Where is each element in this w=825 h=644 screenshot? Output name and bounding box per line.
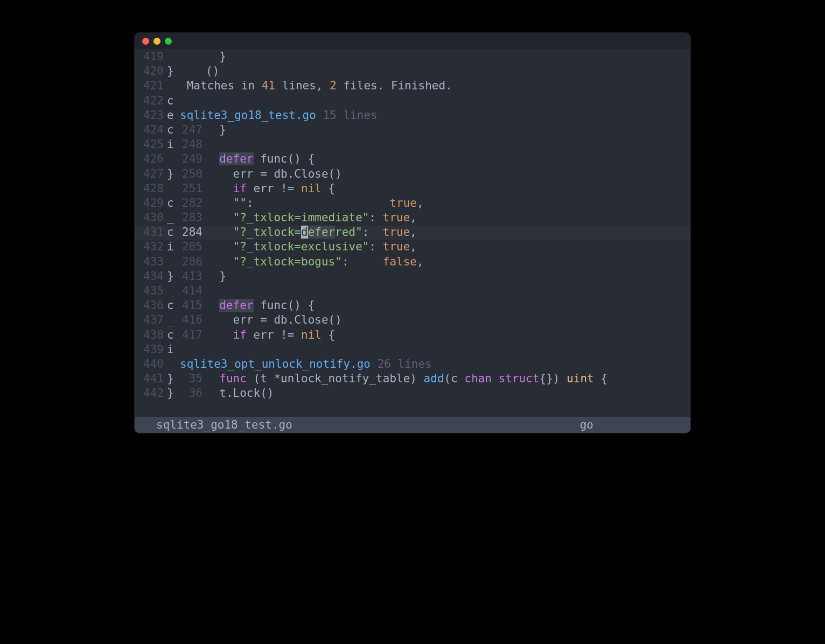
code-line: 435 414 (135, 284, 690, 299)
code-text: err = db.Close() (206, 313, 342, 326)
code-line: 422 c (135, 94, 690, 109)
line-number: 426 (135, 152, 167, 165)
line-number: 433 (135, 255, 167, 268)
code-text: } (206, 270, 226, 283)
line-number: 422 (135, 94, 167, 107)
search-summary: Matches in 41 lines, 2 files. Finished. (180, 79, 452, 92)
close-icon[interactable] (142, 38, 149, 45)
inner-line-number: 416 (180, 313, 206, 326)
inner-line-number: 282 (180, 197, 206, 209)
minimize-icon[interactable] (153, 38, 160, 45)
code-line: 426 249 defer func() { (135, 152, 690, 167)
fold-col (167, 284, 180, 297)
maximize-icon[interactable] (165, 38, 172, 45)
fold-col: c (167, 226, 180, 239)
inner-line-number: 251 (180, 182, 206, 195)
fold-col: } (167, 167, 180, 180)
inner-line-number: 414 (180, 284, 206, 297)
fold-col (167, 255, 180, 268)
fold-col: c (167, 328, 180, 341)
code-text: if err != nil { (206, 328, 335, 341)
inner-line-number: 247 (180, 123, 206, 136)
status-filename: sqlite3_go18_test.go (156, 418, 292, 431)
cursor: d (301, 226, 308, 239)
inner-line-number: 417 (180, 328, 206, 341)
code-text: } (206, 50, 226, 63)
fold-col: c (167, 94, 180, 107)
inner-line-number: 35 (180, 372, 206, 385)
code-line: 428 251 if err != nil { (135, 182, 690, 197)
fold-col: c (167, 123, 180, 136)
code-line: 430 _ 283 "?_txlock=immediate": true, (135, 211, 690, 226)
line-number: 428 (135, 182, 167, 195)
code-text: err = db.Close() (206, 167, 342, 180)
line-number: 439 (135, 343, 167, 356)
fold-col (167, 358, 180, 370)
code-text: func (t *unlock_notify_table) add(c chan… (206, 372, 607, 385)
code-line: 420 } () (135, 65, 690, 79)
code-line: 442 } 36 t.Lock() (135, 387, 690, 401)
line-number: 437 (135, 313, 167, 326)
line-number: 435 (135, 284, 167, 297)
code-text: "": true, (206, 197, 424, 209)
code-line: 432 i 285 "?_txlock=exclusive": true, (135, 240, 690, 255)
code-line: 439 i (135, 343, 690, 358)
fold-col: } (167, 270, 180, 283)
fold-col: i (167, 240, 180, 253)
line-number: 438 (135, 328, 167, 341)
fold-col: c (167, 299, 180, 312)
line-number: 442 (135, 387, 167, 400)
file-header: sqlite3_opt_unlock_notify.go 26 lines (180, 358, 432, 370)
inner-line-number: 250 (180, 167, 206, 180)
code-line-active: 431 c 284 "?_txlock=deferred": true, (135, 226, 690, 240)
fold-col (167, 50, 180, 63)
code-line: 425 i 248 (135, 138, 690, 152)
fold-col: i (167, 343, 180, 356)
code-text: "?_txlock=immediate": true, (206, 211, 417, 224)
fold-col (167, 182, 180, 195)
fold-col: e (167, 109, 180, 122)
code-text: "?_txlock=exclusive": true, (206, 240, 417, 253)
code-line: 419 } (135, 50, 690, 65)
file-header-line[interactable]: 440 sqlite3_opt_unlock_notify.go 26 line… (135, 358, 690, 372)
code-line: 433 286 "?_txlock=bogus": false, (135, 255, 690, 270)
fold-col: c (167, 197, 180, 209)
code-line: 438 c 417 if err != nil { (135, 328, 690, 343)
line-number: 427 (135, 167, 167, 180)
fold-col: _ (167, 313, 180, 326)
code-text: t.Lock() (206, 387, 274, 400)
code-text: } (206, 123, 226, 136)
code-text: "?_txlock=bogus": false, (206, 255, 424, 268)
code-text: "?_txlock=deferred": true, (206, 226, 417, 239)
fold-col: i (167, 138, 180, 151)
inner-line-number: 284 (180, 226, 206, 239)
inner-line-number: 249 (180, 152, 206, 165)
titlebar (135, 33, 690, 49)
fold-col: } (167, 372, 180, 385)
line-number: 440 (135, 358, 167, 370)
line-number: 425 (135, 138, 167, 151)
line-number: 432 (135, 240, 167, 253)
line-number: 436 (135, 299, 167, 312)
fold-col (167, 79, 180, 92)
code-editor[interactable]: 419 } 420 } () 421 Matches in 41 lines, … (135, 49, 690, 417)
fold-col: _ (167, 211, 180, 224)
fold-col: } (167, 65, 180, 78)
code-line: 437 _ 416 err = db.Close() (135, 313, 690, 328)
code-text: defer func() { (206, 299, 314, 312)
inner-line-number: 285 (180, 240, 206, 253)
line-number: 441 (135, 372, 167, 385)
inner-line-number: 248 (180, 138, 206, 151)
code-line: 436 c 415 defer func() { (135, 299, 690, 313)
status-lang: go (580, 418, 593, 431)
line-number: 420 (135, 65, 167, 78)
code-line: 427 } 250 err = db.Close() (135, 167, 690, 182)
code-text: if err != nil { (206, 182, 335, 195)
line-number: 424 (135, 123, 167, 136)
file-header-line[interactable]: 423 e sqlite3_go18_test.go 15 lines (135, 109, 690, 123)
fold-col: } (167, 387, 180, 400)
code-text: defer func() { (206, 152, 314, 165)
fold-col (167, 152, 180, 165)
inner-line-number: 413 (180, 270, 206, 283)
inner-line-number: 286 (180, 255, 206, 268)
